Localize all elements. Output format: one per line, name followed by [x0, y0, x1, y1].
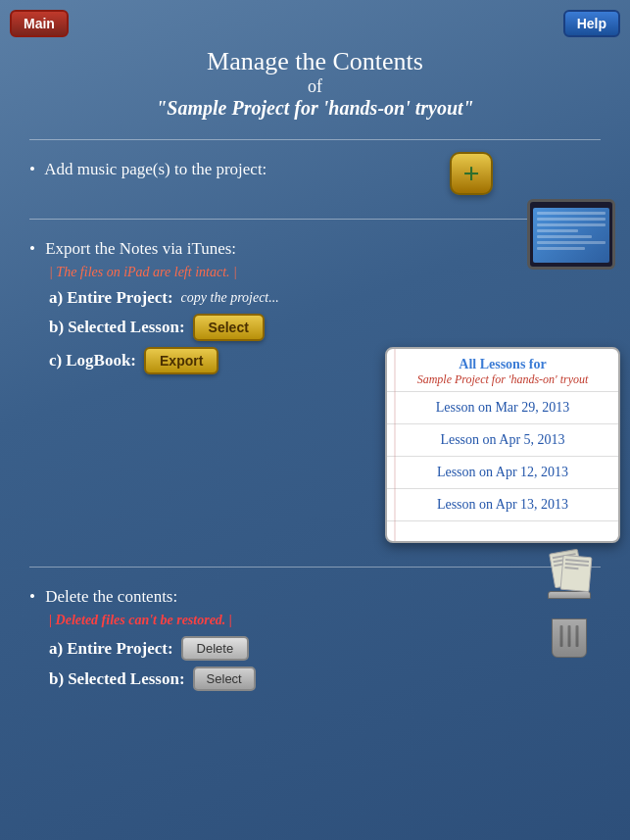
export-a-label: a) — [49, 288, 63, 308]
delete-warning: | Deleted files can't be restored. | — [49, 613, 610, 628]
doc-icon-2 — [559, 555, 592, 592]
export-note: | The files on iPad are left intact. | — [49, 265, 610, 280]
title-section: Manage the Contents of "Sample Project f… — [0, 0, 630, 129]
delete-a-label: a) — [49, 639, 63, 659]
delete-select-button[interactable]: Select — [193, 667, 256, 691]
bullet-export: • — [29, 239, 35, 259]
trash-can — [552, 618, 587, 658]
export-c-label: c) — [49, 351, 62, 371]
delete-entire-button[interactable]: Delete — [181, 636, 250, 661]
export-a-text: Entire Project: — [67, 288, 172, 308]
trash-lid — [548, 591, 591, 599]
delete-item-b: b) Selected Lesson: Select — [49, 667, 610, 691]
export-b-label: b) — [49, 318, 64, 337]
delete-b-text: Selected Lesson: — [68, 669, 184, 689]
export-c-text: LogBook: — [66, 351, 136, 371]
lesson-item-0[interactable]: Lesson on Mar 29, 2013 — [387, 392, 618, 424]
plus-icon: + — [462, 159, 479, 188]
page-title: Manage the Contents — [0, 47, 630, 76]
main-button[interactable]: Main — [10, 10, 69, 37]
export-section: • Export the Notes via iTunes: | The fil… — [0, 229, 630, 390]
title-project: "Sample Project for 'hands-on' tryout" — [0, 97, 630, 120]
delete-a-text: Entire Project: — [67, 639, 172, 659]
trash-decoration — [552, 561, 610, 658]
bullet-add: • — [29, 160, 35, 179]
dropdown-subtitle: Sample Project for 'hands-on' tryout — [393, 372, 612, 387]
export-select-button[interactable]: Select — [193, 314, 265, 341]
delete-b-label: b) — [49, 669, 64, 689]
title-of: of — [0, 76, 630, 97]
export-item-a: a) Entire Project: copy the project... — [49, 288, 610, 308]
lesson-item-2[interactable]: Lesson on Apr 12, 2013 — [387, 457, 618, 489]
export-item-b: b) Selected Lesson: Select — [49, 314, 610, 341]
delete-label: Delete the contents: — [45, 587, 177, 606]
delete-item-a: a) Entire Project: Delete — [49, 636, 610, 661]
lesson-dropdown: All Lessons for Sample Project for 'hand… — [385, 347, 620, 543]
dropdown-header: All Lessons for Sample Project for 'hand… — [387, 349, 618, 392]
help-button[interactable]: Help — [563, 10, 620, 37]
divider-1 — [29, 139, 601, 140]
export-logbook-button[interactable]: Export — [144, 347, 218, 374]
add-music-title: • Add music page(s) to the project: — [29, 160, 610, 179]
add-music-section: • Add music page(s) to the project: + — [0, 150, 630, 209]
export-label: Export the Notes via iTunes: — [45, 239, 236, 258]
delete-title: • Delete the contents: — [29, 587, 610, 607]
delete-section: • Delete the contents: | Deleted files c… — [0, 577, 630, 707]
export-title: • Export the Notes via iTunes: — [29, 239, 610, 259]
lesson-item-3[interactable]: Lesson on Apr 13, 2013 — [387, 489, 618, 521]
export-a-note: copy the project... — [181, 290, 279, 306]
add-music-label: Add music page(s) to the project: — [44, 160, 267, 178]
export-b-text: Selected Lesson: — [68, 318, 184, 337]
lesson-item-empty — [387, 521, 618, 541]
bullet-delete: • — [29, 587, 35, 607]
lesson-item-1[interactable]: Lesson on Apr 5, 2013 — [387, 424, 618, 457]
add-music-button[interactable]: + — [450, 152, 493, 195]
divider-3 — [29, 567, 601, 568]
dropdown-title: All Lessons for — [393, 357, 612, 372]
